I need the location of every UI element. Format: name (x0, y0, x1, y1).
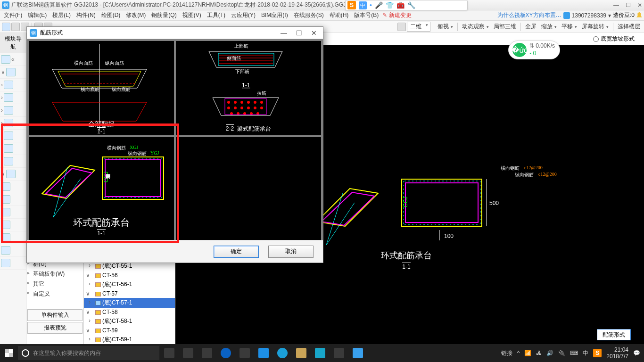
tray-vol-icon[interactable]: 🔊 (546, 350, 553, 356)
tool-fullscreen[interactable]: 全屏 (523, 23, 538, 31)
nav-item-icon[interactable] (4, 119, 13, 127)
menu-cloud[interactable]: 云应用(Y) (229, 10, 257, 20)
ime-skin-icon[interactable]: 👕 (386, 1, 394, 9)
list-item[interactable]: CT-58 (84, 308, 175, 316)
dialog-maximize-icon[interactable]: ☐ (293, 29, 305, 37)
list-item[interactable]: (底)CT-59-1 (84, 335, 175, 344)
list-item[interactable]: (底)CT-56-1 (84, 280, 175, 289)
tray-sogou-icon[interactable]: S (593, 349, 602, 357)
tool-local3d[interactable]: 局部三维 (492, 23, 518, 31)
app-icon-4[interactable] (315, 348, 325, 358)
single-input-btn[interactable]: 单构件输入 (27, 309, 83, 321)
ime-settings-icon[interactable]: 🔧 (407, 1, 415, 9)
close-icon[interactable]: ✕ (637, 2, 642, 8)
tray-notifications-icon[interactable]: 💬 (633, 350, 640, 356)
list-item[interactable]: CT-59 (84, 326, 175, 335)
bell-icon[interactable] (636, 12, 642, 19)
nav-item-icon[interactable] (4, 106, 13, 115)
nav-cat-icon[interactable] (6, 68, 16, 76)
app-icon-2[interactable] (202, 348, 212, 358)
menu-file[interactable]: 文件(F) (2, 10, 24, 20)
tree-item-custom[interactable]: 自定义 (26, 289, 83, 299)
dialog-minimize-icon[interactable]: — (278, 29, 290, 37)
nav-item-icon[interactable] (1, 182, 10, 191)
menu-version[interactable]: 版本号(B) (352, 10, 380, 20)
list-item[interactable]: (底)CT-58-1 (84, 316, 175, 326)
minimize-icon[interactable]: — (613, 2, 619, 8)
menu-view[interactable]: 视图(V) (181, 10, 203, 20)
nav-item-icon[interactable] (4, 144, 13, 153)
ggj-app-icon[interactable] (353, 348, 363, 358)
tray-power-icon[interactable]: 🔌 (558, 350, 565, 356)
nav-item-icon[interactable] (1, 246, 10, 255)
rebar-form-button[interactable]: 配筋形式 (597, 329, 631, 340)
ime-lang-badge[interactable]: 中 (359, 1, 367, 9)
taskview-icon[interactable] (164, 348, 174, 358)
help-link[interactable]: 为什么筏板XY方向布置… (497, 11, 561, 19)
store-icon[interactable] (239, 348, 250, 358)
tool-new-icon[interactable] (2, 23, 10, 31)
cancel-button[interactable]: 取消 (268, 246, 314, 258)
menu-floor[interactable]: 楼层(L) (50, 10, 73, 20)
menu-online[interactable]: 在线服务(S) (292, 10, 326, 20)
user-account[interactable]: 13907298339 ▾ (563, 12, 611, 19)
menu-edit[interactable]: 编辑(E) (26, 10, 49, 20)
ime-tool-icon[interactable]: 🧰 (396, 1, 405, 9)
tray-keyboard-icon[interactable]: ⌨ (570, 350, 578, 356)
taskbar-search[interactable]: 在这里输入你要搜索的内容 (18, 346, 159, 360)
network-widget[interactable]: �ức ⇅ 0.00K/s ▪ 0 (508, 41, 560, 59)
menu-rebar[interactable]: 钢筋量(Q) (149, 10, 178, 20)
tray-clock[interactable]: 21:042018/7/7 (606, 346, 628, 360)
tool-topview[interactable]: 俯视 (436, 23, 455, 31)
tool-view-icon[interactable] (397, 23, 406, 31)
tool-dyn-orbit[interactable]: 动态观察 (460, 23, 491, 31)
report-preview-btn[interactable]: 报表预览 (27, 322, 83, 334)
ime-toolbar[interactable]: S 中 • 🎤 👕 🧰 🔧 (345, 0, 468, 10)
menu-help[interactable]: 帮助(H) (328, 10, 351, 20)
nav-item-icon[interactable] (4, 132, 13, 140)
tool-pan[interactable]: 平移 (560, 23, 579, 31)
app-icon-3[interactable] (258, 348, 269, 358)
nav-cat-icon[interactable] (6, 170, 16, 178)
menu-member[interactable]: 构件(N) (74, 10, 98, 20)
tree-item-strip[interactable]: 基础板带(W) (26, 269, 83, 279)
menu-modify[interactable]: 修改(M) (124, 10, 148, 20)
edge-icon[interactable] (221, 348, 231, 358)
new-change-btn[interactable]: ✎ 新建变更 (382, 11, 411, 19)
app-icon-1[interactable] (183, 348, 193, 358)
option-beam-rebar[interactable]: 1-1 上部筋 侧面筋 下部筋 拉筋 2-2 梁式配筋承台 (176, 41, 321, 135)
ie-icon[interactable] (277, 348, 288, 358)
app-icon-5[interactable] (334, 348, 344, 358)
nav-tool-icon[interactable] (1, 55, 10, 64)
explorer-icon[interactable] (296, 348, 306, 358)
nav-item-icon[interactable] (1, 221, 10, 229)
tool-open-icon[interactable] (11, 23, 20, 31)
tool-screen-rotate[interactable]: 屏幕旋转 (580, 23, 611, 31)
tray-net-icon[interactable]: 🖧 (536, 350, 542, 356)
nav-item-icon[interactable] (1, 259, 10, 267)
menu-draw[interactable]: 绘图(D) (99, 10, 123, 20)
nav-item-icon[interactable] (1, 195, 10, 204)
nav-item-icon[interactable] (4, 157, 13, 165)
list-item[interactable]: (底)CT-57-1 (84, 298, 175, 308)
list-item[interactable]: CT-56 (84, 271, 175, 280)
nav-item-icon[interactable] (1, 208, 10, 216)
radio-bottom-slope[interactable]: 底宽放坡形式 (593, 35, 635, 43)
menu-tools[interactable]: 工具(T) (205, 10, 227, 20)
ime-punct-icon[interactable]: • (370, 1, 372, 9)
ok-button[interactable]: 确定 (214, 246, 259, 258)
dialog-close-icon[interactable]: ✕ (308, 29, 320, 37)
tool-zoom[interactable]: 缩放 (539, 23, 559, 31)
ime-mic-icon[interactable]: 🎤 (375, 1, 383, 9)
option-all-bend[interactable]: 横向面筋 纵向面筋 横向底筋 纵向底筋 全部翻起 1-1 (29, 41, 174, 135)
tool-select-floor[interactable]: 选择楼层 (616, 23, 642, 31)
tray-link-label[interactable]: 链接 (501, 349, 512, 357)
tray-lang-badge[interactable]: 中 (583, 349, 588, 357)
tree-item-other[interactable]: 其它 (26, 279, 83, 289)
view-mode-dropdown[interactable]: 二维 (407, 22, 430, 32)
tray-up-icon[interactable]: ^ (517, 350, 520, 356)
maximize-icon[interactable]: ☐ (626, 2, 631, 8)
menu-bim[interactable]: BIM应用(I) (259, 10, 290, 20)
list-item[interactable]: CT-57 (84, 289, 175, 298)
option-ring-rebar[interactable]: CCJ 横向钢筋 XGJ 纵向钢筋 YGJ 侧面钢筋 环式配筋承台 1-1 (29, 137, 174, 241)
